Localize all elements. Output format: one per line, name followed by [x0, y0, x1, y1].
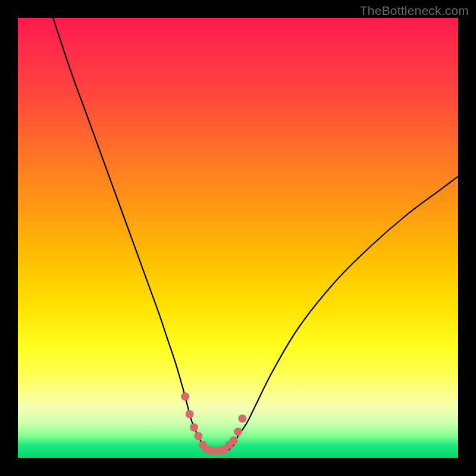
- chart-plot-area: [18, 18, 458, 458]
- watermark-text: TheBottleneck.com: [360, 4, 469, 18]
- marker-dot: [190, 423, 198, 431]
- marker-dot: [181, 392, 189, 400]
- marker-dot: [238, 414, 246, 422]
- markers-layer: [181, 392, 246, 455]
- marker-dot: [194, 432, 202, 440]
- marker-dot: [234, 428, 242, 436]
- series-right-curve: [229, 176, 458, 449]
- chart-svg: [18, 18, 458, 458]
- marker-dot: [186, 410, 194, 418]
- marker-dot: [230, 436, 238, 444]
- series-layer: [53, 18, 458, 452]
- series-left-curve: [53, 18, 207, 449]
